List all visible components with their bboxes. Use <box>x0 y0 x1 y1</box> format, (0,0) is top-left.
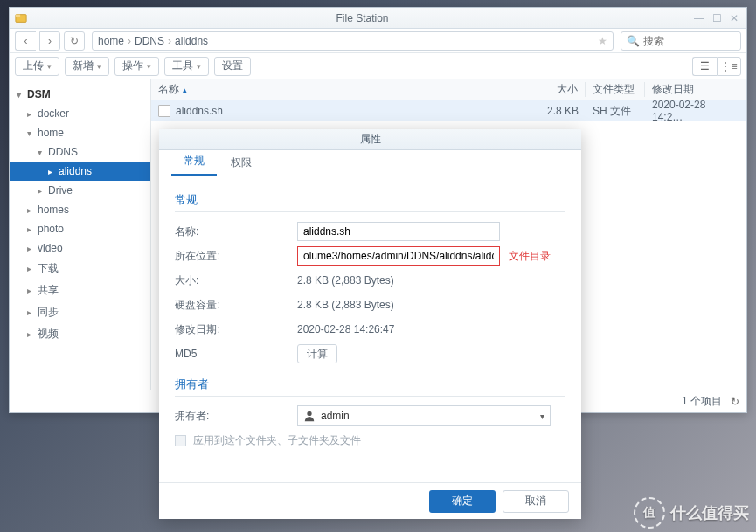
refresh-icon[interactable]: ↻ <box>731 396 739 408</box>
action-button[interactable]: 操作▾ <box>114 57 159 76</box>
file-icon <box>158 105 170 117</box>
toolbar: 上传▾ 新增▾ 操作▾ 工具▾ 设置 ☰ ⋮≡ <box>10 53 746 79</box>
value-disk: 2.8 KB (2,883 Bytes) <box>297 299 394 311</box>
tree-video2[interactable]: ▸视频 <box>10 323 150 345</box>
watermark-icon: 值 <box>634 497 665 529</box>
label-size: 大小: <box>175 273 297 288</box>
settings-button[interactable]: 设置 <box>214 57 251 76</box>
reload-button[interactable]: ↻ <box>64 31 85 51</box>
back-button[interactable]: ‹ <box>15 31 36 51</box>
sort-icon: ⋮≡ <box>720 60 737 73</box>
create-button[interactable]: 新增▾ <box>65 57 109 76</box>
value-size: 2.8 KB (2,883 Bytes) <box>297 274 394 287</box>
item-count: 1 个项目 <box>682 394 722 409</box>
maximize-button[interactable]: ☐ <box>710 11 724 25</box>
col-size[interactable]: 大小 <box>531 82 586 97</box>
sort-button[interactable]: ⋮≡ <box>717 57 741 76</box>
search-box[interactable]: 🔍 <box>621 31 741 51</box>
user-icon <box>303 410 316 422</box>
label-name: 名称: <box>175 225 297 239</box>
svg-rect-1 <box>16 14 20 17</box>
dialog-tabs: 常规 权限 <box>159 150 581 176</box>
col-date[interactable]: 修改日期 <box>645 82 746 97</box>
tab-general[interactable]: 常规 <box>171 149 217 176</box>
owner-select[interactable]: admin ▾ <box>297 405 551 426</box>
tree-sync[interactable]: ▸同步 <box>10 301 150 323</box>
annotation-location: 文件目录 <box>509 249 551 264</box>
minimize-button[interactable]: — <box>692 11 706 25</box>
label-location: 所在位置: <box>175 249 297 264</box>
cancel-button[interactable]: 取消 <box>503 490 569 513</box>
folder-tree: ▾DSM ▸docker ▾home ▾DDNS ▸aliddns ▸Drive… <box>10 79 151 390</box>
close-button[interactable]: ✕ <box>727 11 741 25</box>
crumb-home[interactable]: home <box>98 35 124 47</box>
dialog-title: 属性 <box>159 129 581 150</box>
app-icon <box>15 12 27 24</box>
section-general: 常规 <box>175 192 565 208</box>
crumb-ddns[interactable]: DDNS <box>135 35 164 47</box>
tab-permission[interactable]: 权限 <box>218 150 264 176</box>
tree-ddns[interactable]: ▾DDNS <box>10 142 150 162</box>
file-row[interactable]: aliddns.sh 2.8 KB SH 文件 2020-02-28 14:2… <box>151 100 746 121</box>
input-name[interactable] <box>297 222 500 241</box>
search-icon: 🔍 <box>627 35 640 47</box>
titlebar: File Station — ☐ ✕ <box>10 8 746 29</box>
tree-download[interactable]: ▸下载 <box>10 258 150 280</box>
apply-recursive-label: 应用到这个文件夹、子文件夹及文件 <box>193 433 361 448</box>
dialog-footer: 确定 取消 <box>159 482 581 519</box>
tree-home[interactable]: ▾home <box>10 123 150 142</box>
col-type[interactable]: 文件类型 <box>586 82 645 97</box>
tree-aliddns[interactable]: ▸aliddns <box>10 162 150 181</box>
window-title: File Station <box>32 12 692 24</box>
tree-homes[interactable]: ▸homes <box>10 200 150 219</box>
chevron-down-icon: ▾ <box>540 411 544 421</box>
properties-dialog: 属性 常规 权限 常规 名称: 所在位置: 文件目录 大小: 2.8 KB (2… <box>159 129 581 519</box>
input-location[interactable] <box>297 246 500 266</box>
forward-button[interactable]: › <box>39 31 60 51</box>
ok-button[interactable]: 确定 <box>429 490 496 513</box>
breadcrumb[interactable]: home › DDNS › aliddns ★ <box>92 31 614 51</box>
svg-point-2 <box>307 411 311 416</box>
col-name[interactable]: 名称 ▴ <box>151 82 531 97</box>
label-md5: MD5 <box>175 348 297 360</box>
tree-docker[interactable]: ▸docker <box>10 104 150 123</box>
tree-root[interactable]: ▾DSM <box>10 85 150 104</box>
list-header: 名称 ▴ 大小 文件类型 修改日期 <box>151 79 746 100</box>
watermark: 值 什么值得买 <box>634 497 749 529</box>
tree-photo[interactable]: ▸photo <box>10 219 150 238</box>
value-modified: 2020-02-28 14:26:47 <box>297 323 394 335</box>
md5-calculate-button[interactable]: 计算 <box>297 344 337 363</box>
tree-video[interactable]: ▸video <box>10 238 150 258</box>
favorite-icon[interactable]: ★ <box>598 35 607 47</box>
view-list-button[interactable]: ☰ <box>692 57 717 76</box>
label-modified: 修改日期: <box>175 322 297 337</box>
list-icon: ☰ <box>700 60 710 73</box>
label-disk: 硬盘容量: <box>175 298 297 313</box>
crumb-aliddns[interactable]: aliddns <box>175 35 208 47</box>
section-owner: 拥有者 <box>175 377 565 392</box>
search-input[interactable] <box>643 35 735 47</box>
tools-button[interactable]: 工具▾ <box>164 57 209 76</box>
upload-button[interactable]: 上传▾ <box>15 57 59 76</box>
navbar: ‹ › ↻ home › DDNS › aliddns ★ 🔍 <box>10 29 746 53</box>
label-owner: 拥有者: <box>175 409 297 424</box>
tree-share[interactable]: ▸共享 <box>10 280 150 301</box>
apply-recursive-checkbox[interactable] <box>175 435 186 446</box>
tree-drive[interactable]: ▸Drive <box>10 181 150 200</box>
